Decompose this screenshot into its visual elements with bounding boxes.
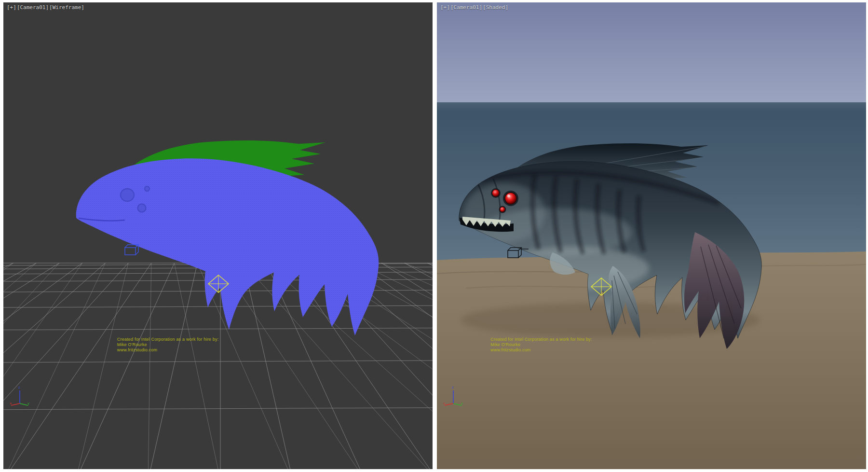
svg-text:y: y: [27, 402, 29, 405]
sand-ground: [437, 251, 866, 469]
svg-text:x: x: [10, 402, 12, 405]
box-helper[interactable]: [125, 245, 138, 255]
pov-menu-button[interactable]: [+]: [440, 4, 450, 11]
dual-viewport-frame: [+][Camera01][Wireframe]: [0, 0, 868, 472]
fish-wireframe-texture: [76, 158, 379, 335]
viewport-wireframe[interactable]: [+][Camera01][Wireframe]: [3, 2, 433, 469]
world-axis-gizmo: z x y: [443, 384, 463, 407]
viewport-shaded[interactable]: [+][Camera01][Shaded]: [437, 2, 866, 469]
camera-menu-button[interactable]: [Camera01]: [450, 4, 482, 11]
wireframe-scene: [3, 2, 433, 469]
svg-text:x: x: [443, 402, 445, 405]
world-axis-gizmo: z x y: [10, 384, 30, 407]
shaded-scene: [437, 2, 866, 469]
viewport-label: [+][Camera01][Shaded]: [440, 4, 509, 11]
shading-menu-button[interactable]: [Wireframe]: [49, 4, 84, 11]
sky: [437, 2, 866, 102]
viewport-label: [+][Camera01][Wireframe]: [7, 4, 85, 11]
watermark-text: Created for Intel Corporation as a work …: [490, 337, 592, 353]
watermark-text: Created for Intel Corporation as a work …: [117, 337, 219, 353]
svg-text:z: z: [452, 386, 454, 389]
camera-menu-button[interactable]: [Camera01]: [17, 4, 49, 11]
shading-menu-button[interactable]: [Shaded]: [483, 4, 508, 11]
svg-text:z: z: [18, 386, 20, 389]
svg-text:y: y: [461, 402, 463, 405]
pov-menu-button[interactable]: [+]: [7, 4, 16, 11]
